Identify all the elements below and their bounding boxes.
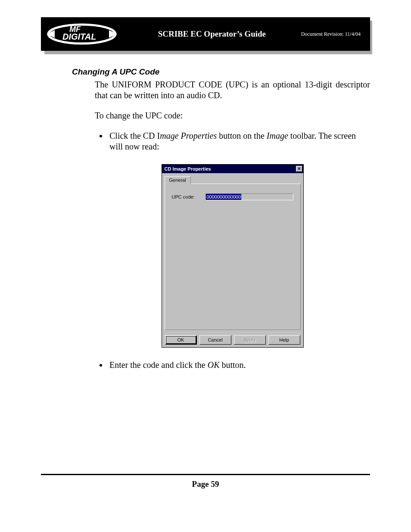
mf-digital-logo: MF DIGITAL <box>41 17 123 51</box>
close-icon[interactable]: ✕ <box>296 166 302 172</box>
apply-mnemonic: A <box>244 337 247 342</box>
bullet1-em2: Image <box>267 131 288 140</box>
bullet-step-2: Enter the code and click the OK button. <box>108 360 370 370</box>
paragraph-intro: The UNIFORM PRODUCT CODE (UPC) is an opt… <box>95 79 370 101</box>
dialog-figure: CD Image Properties ✕ General UPC code: … <box>162 164 304 348</box>
header-bar: MF DIGITAL SCRIBE EC Operator’s Guide Do… <box>41 17 370 51</box>
page-number: Page 59 <box>41 479 370 489</box>
document-title: SCRIBE EC Operator’s Guide <box>123 29 301 39</box>
section-heading: Changing A UPC Code <box>72 67 370 77</box>
dialog-tab-panel: UPC code: <box>165 184 301 330</box>
upc-code-label: UPC code: <box>172 195 198 199</box>
bullet2-em: OK <box>208 360 220 370</box>
help-button[interactable]: Help <box>268 335 300 345</box>
footer-rule <box>41 474 370 475</box>
ok-button[interactable]: OK <box>165 335 197 345</box>
bullet1-em1: mage Properties <box>160 131 217 140</box>
bullet2-text-post: button. <box>219 360 246 370</box>
dialog-titlebar: CD Image Properties ✕ <box>162 165 303 173</box>
document-header: MF DIGITAL SCRIBE EC Operator’s Guide Do… <box>41 17 370 51</box>
bullet1-text-pre: Click the CD I <box>109 131 160 140</box>
document-revision: Document Revision: 11/4/04 <box>301 31 370 37</box>
upc-code-input[interactable] <box>206 193 293 200</box>
bullet2-text-pre: Enter the code and click the <box>109 360 208 370</box>
apply-rest: pply <box>247 337 255 342</box>
tab-general[interactable]: General <box>165 176 191 184</box>
dialog-title: CD Image Properties <box>165 167 296 171</box>
cancel-button[interactable]: Cancel <box>199 335 231 345</box>
paragraph-instruction: To change the UPC code: <box>95 110 370 121</box>
bullet1-text-mid: button on the <box>217 131 267 140</box>
bullet-step-1: Click the CD Image Properties button on … <box>108 131 370 152</box>
apply-button[interactable]: Apply <box>234 335 266 345</box>
cd-image-properties-dialog: CD Image Properties ✕ General UPC code: … <box>162 164 304 348</box>
logo-text-line2: DIGITAL <box>62 32 97 41</box>
